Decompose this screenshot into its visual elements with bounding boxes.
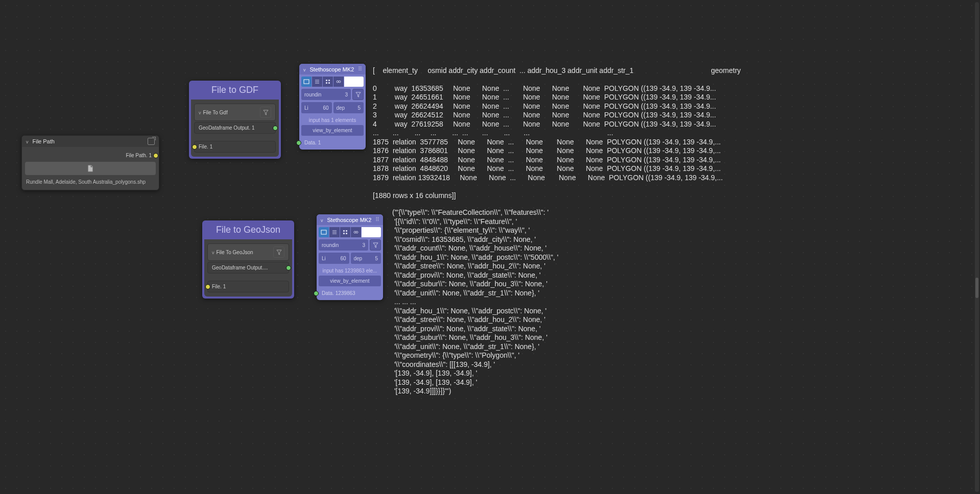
output-label: File Path. 1 xyxy=(126,153,152,158)
svg-rect-2 xyxy=(328,80,330,81)
vertical-scrollbar[interactable] xyxy=(975,2,979,492)
node-title: File to GDF xyxy=(189,81,281,100)
view-mode-toolbar xyxy=(301,77,364,87)
input-label: File. 1 xyxy=(199,144,212,150)
dep-label: dep xyxy=(337,105,345,111)
svg-rect-0 xyxy=(304,80,309,84)
sub-title: File To Gdf xyxy=(203,110,228,115)
input-socket[interactable] xyxy=(192,144,197,150)
view-grid-icon[interactable] xyxy=(340,227,350,237)
stethoscope-node-1[interactable]: Stethoscope MK2 ⠿ roundin 3 Li 60 xyxy=(299,64,366,150)
node-title: Stethoscope MK2 xyxy=(327,217,372,223)
svg-rect-1 xyxy=(326,80,327,81)
node-header[interactable]: Stethoscope MK2 ⠿ xyxy=(317,214,383,225)
popout-icon[interactable] xyxy=(148,138,155,145)
svg-rect-4 xyxy=(328,82,330,84)
dep-field[interactable]: dep 5 xyxy=(351,253,381,264)
node-title: Stethoscope MK2 xyxy=(310,66,354,72)
svg-rect-3 xyxy=(326,82,327,84)
output-row: GeoDataframe Output. 1 xyxy=(194,122,276,134)
view-list-icon[interactable] xyxy=(312,77,322,87)
collapse-icon[interactable] xyxy=(212,250,217,255)
li-label: Li xyxy=(322,256,326,261)
stethoscope-node-2[interactable]: Stethoscope MK2 ⠿ roundin 3 Li 60 xyxy=(317,214,383,300)
svg-rect-8 xyxy=(343,230,345,232)
output-label: GeoDataframe Output.... xyxy=(212,265,268,270)
svg-point-5 xyxy=(337,81,339,83)
roundin-field[interactable]: roundin 3 xyxy=(319,239,368,251)
dep-value: 5 xyxy=(375,256,378,261)
grip-icon[interactable]: ⠿ xyxy=(375,216,379,223)
svg-rect-7 xyxy=(321,230,326,234)
svg-rect-11 xyxy=(346,233,347,234)
li-field[interactable]: Li 60 xyxy=(319,253,349,264)
view-text-icon[interactable] xyxy=(319,227,329,237)
output-label: GeoDataframe Output. 1 xyxy=(199,125,255,131)
output-row: GeoDataframe Output.... xyxy=(207,262,289,274)
li-value: 60 xyxy=(340,256,346,261)
color-swatch[interactable] xyxy=(362,227,381,237)
filter-icon[interactable] xyxy=(260,107,271,118)
file-to-geojson-node[interactable]: File to GeoJson File To GeoJson GeoDataf… xyxy=(202,220,294,299)
node-title: File to GeoJson xyxy=(202,220,294,239)
file-icon xyxy=(87,165,94,172)
output-socket[interactable] xyxy=(286,265,291,270)
input-socket[interactable] xyxy=(314,291,319,296)
li-value: 60 xyxy=(323,105,328,111)
filter-icon[interactable] xyxy=(370,239,381,251)
file-path-node[interactable]: File Path File Path. 1 Rundle Mall, Adel… xyxy=(21,135,159,190)
output-socket-row: File Path. 1 xyxy=(25,151,156,160)
view-link-icon[interactable] xyxy=(333,77,344,87)
roundin-value: 3 xyxy=(362,242,365,248)
collapse-icon[interactable] xyxy=(199,110,203,115)
sub-header-row[interactable]: File To Gdf xyxy=(194,104,276,121)
grip-icon[interactable]: ⠿ xyxy=(358,66,362,72)
view-grid-icon[interactable] xyxy=(323,77,333,87)
li-label: Li xyxy=(304,105,308,111)
file-to-gdf-node[interactable]: File to GDF File To Gdf GeoDataframe Out… xyxy=(189,81,281,159)
input-row: File. 1 xyxy=(194,141,276,153)
roundin-field[interactable]: roundin 3 xyxy=(301,89,351,100)
roundin-value: 3 xyxy=(345,92,348,97)
scrollbar-thumb[interactable] xyxy=(975,278,978,298)
input-socket[interactable] xyxy=(296,140,301,145)
output-socket[interactable] xyxy=(153,153,158,158)
dep-field[interactable]: dep 5 xyxy=(333,102,364,113)
svg-point-13 xyxy=(356,231,358,233)
collapse-icon[interactable] xyxy=(303,66,308,72)
view-by-element-button[interactable]: view_by_element xyxy=(301,125,364,136)
view-text-icon[interactable] xyxy=(301,77,312,87)
info-text: input has 1 elements xyxy=(301,115,364,125)
li-field[interactable]: Li 60 xyxy=(301,102,332,113)
dep-value: 5 xyxy=(357,105,361,111)
view-by-element-button[interactable]: view_by_element xyxy=(319,276,381,286)
table-footer: [1880 rows x 16 columns]] xyxy=(373,191,456,200)
geojson-output: ('"{\\"type\\": \\"FeatureCollection\\",… xyxy=(392,208,558,396)
data-output-label: Data. 1 xyxy=(304,140,321,145)
filter-icon[interactable] xyxy=(352,89,364,100)
sub-header-row[interactable]: File To GeoJson xyxy=(207,243,289,261)
collapse-icon[interactable] xyxy=(26,138,31,144)
node-title: File Path xyxy=(33,138,55,144)
file-open-button[interactable] xyxy=(25,162,156,175)
input-label: File. 1 xyxy=(212,284,226,289)
view-mode-toolbar xyxy=(319,227,381,237)
node-header[interactable]: Stethoscope MK2 ⠿ xyxy=(299,64,366,75)
data-output-label: Data. 1239863 xyxy=(322,290,355,296)
view-link-icon[interactable] xyxy=(351,227,361,237)
node-header[interactable]: File Path xyxy=(22,136,159,147)
input-row: File. 1 xyxy=(207,281,289,292)
view-list-icon[interactable] xyxy=(329,227,340,237)
output-socket[interactable] xyxy=(273,126,278,131)
input-socket[interactable] xyxy=(205,284,210,289)
filter-icon[interactable] xyxy=(273,246,284,258)
roundin-label: roundin xyxy=(304,92,321,97)
color-swatch[interactable] xyxy=(344,77,364,87)
svg-rect-10 xyxy=(343,233,345,234)
data-output-row: Data. 1239863 xyxy=(319,288,381,298)
sub-title: File To GeoJson xyxy=(217,250,253,255)
roundin-label: roundin xyxy=(322,242,339,248)
info-text: input has 1239863 ele... xyxy=(319,266,381,276)
collapse-icon[interactable] xyxy=(321,217,325,223)
dataframe-output: [ element_ty osmid addr_city addr_count … xyxy=(373,57,741,200)
